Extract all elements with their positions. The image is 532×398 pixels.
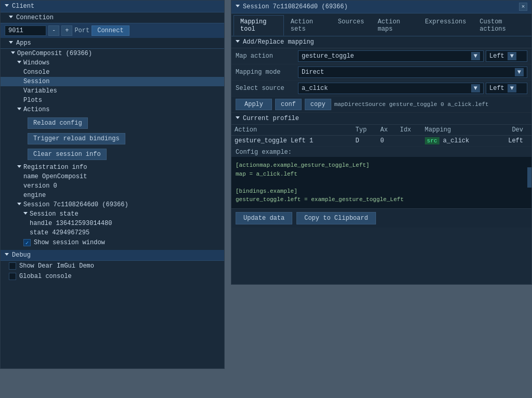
- current-profile-header: Current profile: [231, 113, 531, 125]
- code-line-3: [bindings.example]: [236, 187, 527, 196]
- session-handle-row: handle 136412593014480: [1, 219, 224, 228]
- connection-header: Connection: [1, 12, 224, 23]
- dear-imgui-label: Show Dear ImGui Demo: [19, 262, 94, 270]
- tabs-row: Mapping tool Action sets Sources Action …: [231, 14, 531, 36]
- debug-header: Debug: [1, 250, 224, 261]
- tab-expressions[interactable]: Expressions: [418, 15, 473, 36]
- global-console-row[interactable]: Global console: [1, 271, 224, 282]
- scrollbar-track: [527, 157, 531, 208]
- plots-row[interactable]: Plots: [1, 96, 224, 105]
- session-subtree-row[interactable]: Session 7c11082646d0 (69366): [1, 200, 224, 209]
- clear-session-wrap: Clear session info: [1, 146, 224, 163]
- conf-button[interactable]: conf: [275, 99, 302, 110]
- plus-button[interactable]: +: [61, 25, 72, 36]
- actions-triangle[interactable]: [17, 108, 21, 112]
- row-ax: 0: [377, 136, 397, 147]
- right-panel-title-area: Session 7c11082646d0 (69366): [236, 3, 348, 10]
- reload-config-wrap: Reload config: [1, 114, 224, 130]
- tab-custom-actions[interactable]: Custom actions: [473, 15, 529, 36]
- select-source-value: a_click: [302, 85, 328, 92]
- apply-button[interactable]: Apply: [236, 99, 272, 110]
- port-label: Port: [74, 27, 89, 34]
- profile-table: Action Typ Ax Idx Mapping Dev gesture_to…: [231, 125, 531, 147]
- bottom-buttons: Update data Copy to Clipboard: [231, 208, 531, 228]
- global-console-checkbox[interactable]: [9, 273, 16, 280]
- add-replace-triangle[interactable]: [236, 40, 240, 45]
- tab-action-sets[interactable]: Action sets: [284, 15, 331, 36]
- row-dev: Left: [494, 136, 531, 147]
- opencomposit-label: OpenComposit (69366): [17, 50, 92, 57]
- right-panel-title: Session 7c11082646d0 (69366): [243, 3, 348, 10]
- session-state-triangle[interactable]: [23, 212, 28, 217]
- debug-triangle[interactable]: [5, 253, 9, 258]
- apps-header: Apps: [1, 38, 224, 49]
- right-panel-header: Session 7c11082646d0 (69366) ×: [231, 1, 531, 14]
- actions-header-row[interactable]: Actions: [1, 105, 224, 114]
- dear-imgui-checkbox[interactable]: [9, 262, 16, 270]
- config-example-label: Config example:: [231, 147, 531, 157]
- add-replace-label: Add/Replace mapping: [243, 38, 314, 46]
- col-dev: Dev: [494, 125, 531, 136]
- source-right-select[interactable]: Left ▼: [486, 83, 527, 94]
- select-source-select[interactable]: a_click ▼: [298, 83, 484, 94]
- code-line-1: [actionmap.example_gesture_toggle_Left]: [236, 161, 527, 170]
- windows-row[interactable]: Windows: [1, 58, 224, 68]
- map-action-right-select[interactable]: Left ▼: [486, 50, 527, 62]
- dear-imgui-row[interactable]: Show Dear ImGui Demo: [1, 261, 224, 271]
- right-panel-triangle[interactable]: [236, 5, 240, 9]
- map-action-select[interactable]: gesture_toggle ▼: [298, 50, 484, 62]
- variables-row[interactable]: Variables: [1, 86, 224, 96]
- map-action-value: gesture_toggle: [302, 52, 354, 60]
- trigger-reload-button[interactable]: Trigger reload bindings: [28, 133, 125, 144]
- connect-button[interactable]: Connect: [92, 25, 129, 36]
- current-profile-triangle[interactable]: [236, 116, 240, 121]
- tab-sources[interactable]: Sources: [331, 15, 371, 36]
- registration-info-label: Registration info: [23, 164, 87, 171]
- tab-action-maps[interactable]: Action maps: [371, 15, 418, 36]
- show-session-checkbox[interactable]: [23, 239, 31, 246]
- minus-button[interactable]: -: [48, 25, 59, 36]
- session-row[interactable]: Session: [1, 77, 224, 86]
- copy-small-button[interactable]: copy: [305, 99, 331, 110]
- client-title: Client: [12, 3, 34, 10]
- session-sub-triangle[interactable]: [17, 203, 21, 207]
- select-source-row: Select source a_click ▼ Left ▼: [231, 81, 531, 97]
- mapping-mode-label: Mapping mode: [236, 69, 298, 76]
- code-line-blank: [236, 178, 527, 187]
- copy-clipboard-button[interactable]: Copy to Clipboard: [296, 212, 375, 224]
- left-panel: Client Connection - + Port Connect Apps …: [0, 0, 225, 369]
- session-handle: handle 136412593014480: [30, 220, 112, 227]
- source-right-arrow: ▼: [508, 84, 516, 92]
- close-button[interactable]: ×: [519, 3, 527, 11]
- session-state-row[interactable]: Session state: [1, 209, 224, 219]
- current-profile-label: Current profile: [243, 115, 299, 122]
- scrollbar-thumb[interactable]: [527, 167, 531, 188]
- client-triangle[interactable]: [5, 4, 9, 9]
- apps-triangle[interactable]: [9, 41, 13, 46]
- apps-label: Apps: [16, 39, 31, 47]
- connection-triangle[interactable]: [9, 16, 13, 20]
- session-label: Session: [23, 78, 49, 85]
- console-row[interactable]: Console: [1, 68, 224, 77]
- row-mapping: src a_click: [422, 136, 494, 147]
- opencomposit-row[interactable]: OpenComposit (69366): [1, 49, 224, 58]
- reg-engine-row: engine: [1, 191, 224, 200]
- registration-info-row[interactable]: Registration info: [1, 163, 224, 172]
- variables-label: Variables: [23, 87, 57, 95]
- port-input[interactable]: [5, 25, 46, 36]
- reg-version: version 0: [23, 182, 57, 190]
- update-data-button[interactable]: Update data: [236, 212, 292, 224]
- profile-table-area: Action Typ Ax Idx Mapping Dev gesture_to…: [231, 125, 531, 147]
- actions-label: Actions: [23, 106, 49, 113]
- clear-session-button[interactable]: Clear session info: [28, 149, 107, 160]
- reload-config-button[interactable]: Reload config: [28, 117, 88, 129]
- global-console-label: Global console: [19, 273, 72, 280]
- opencomposit-triangle[interactable]: [11, 51, 15, 56]
- tab-mapping-tool[interactable]: Mapping tool: [233, 15, 284, 36]
- mapping-mode-select[interactable]: Direct ▼: [298, 67, 527, 78]
- reg-triangle[interactable]: [17, 165, 21, 170]
- windows-triangle[interactable]: [17, 61, 21, 65]
- reg-engine: engine: [23, 192, 46, 199]
- col-mapping: Mapping: [422, 125, 494, 136]
- map-action-label: Map action: [236, 52, 298, 60]
